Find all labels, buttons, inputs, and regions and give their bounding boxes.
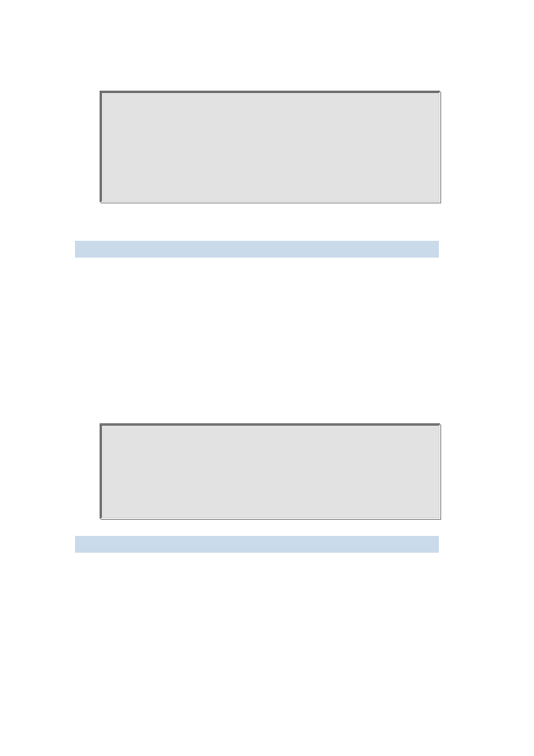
highlight-strip-2: [75, 536, 439, 553]
highlight-strip-1: [75, 241, 439, 258]
figure-placeholder-1: [100, 91, 441, 203]
figure-placeholder-2: [100, 424, 441, 519]
document-page: [0, 0, 534, 756]
